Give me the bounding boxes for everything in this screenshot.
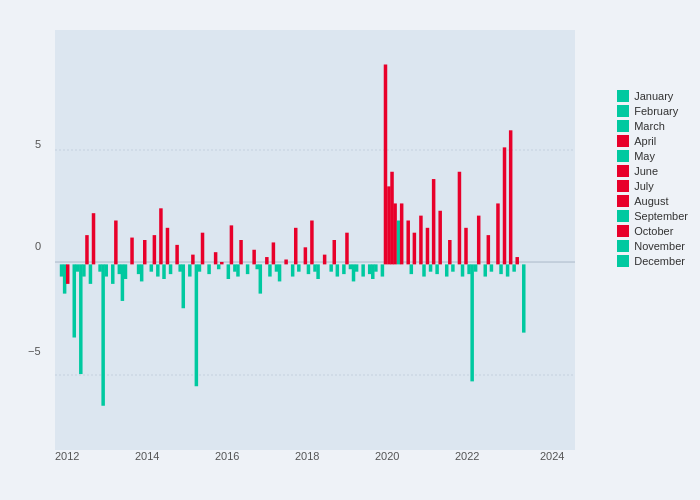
bar-6	[82, 264, 86, 276]
bar-13	[111, 264, 115, 284]
legend-item-september: September	[617, 210, 688, 222]
legend-color-march	[617, 120, 629, 132]
legend-label-april: April	[634, 135, 656, 147]
bar-111	[509, 130, 513, 264]
bar-67	[336, 264, 340, 276]
legend-item-december: December	[617, 255, 688, 267]
legend-item-may: May	[617, 150, 688, 162]
bar-74	[368, 264, 372, 274]
bar-11	[101, 264, 105, 405]
legend-color-may	[617, 150, 629, 162]
bar-51	[268, 264, 272, 276]
bar-25	[159, 208, 163, 264]
legend-label-december: December	[634, 255, 685, 267]
bar-114	[522, 264, 526, 332]
x-label-2014: 2014	[135, 450, 159, 462]
legend-label-march: March	[634, 120, 665, 132]
bar-17	[124, 264, 128, 279]
bar-75	[371, 264, 375, 279]
bar-104	[484, 264, 488, 276]
bar-97	[458, 172, 462, 265]
chart-legend: JanuaryFebruaryMarchAprilMayJuneJulyAugu…	[617, 90, 688, 267]
bar-63	[316, 264, 320, 279]
legend-color-july	[617, 180, 629, 192]
bar-59	[304, 247, 308, 264]
bar-4	[76, 264, 80, 271]
bar-80	[390, 172, 394, 265]
bar-28	[169, 264, 173, 274]
bar-48	[255, 264, 259, 269]
bar-112	[512, 264, 516, 271]
bar-36	[201, 233, 205, 265]
bar-70	[349, 264, 353, 269]
legend-item-march: March	[617, 120, 688, 132]
bar-91	[432, 179, 436, 264]
bar-7	[85, 235, 89, 264]
bar-77	[381, 264, 385, 276]
legend-color-october	[617, 225, 629, 237]
bar-23	[153, 235, 157, 264]
legend-label-september: September	[634, 210, 688, 222]
bar-83	[400, 203, 404, 264]
x-label-2012: 2012	[55, 450, 79, 462]
bar-54	[278, 264, 282, 281]
bar-90	[429, 264, 433, 271]
legend-label-july: July	[634, 180, 654, 192]
bar-82	[397, 221, 401, 265]
bar-42	[230, 225, 234, 264]
legend-label-august: August	[634, 195, 668, 207]
legend-label-november: November	[634, 240, 685, 252]
legend-item-june: June	[617, 165, 688, 177]
bar-52	[272, 242, 276, 264]
legend-color-november	[617, 240, 629, 252]
bar-81	[393, 203, 397, 264]
bar-110	[506, 264, 510, 276]
legend-label-may: May	[634, 150, 655, 162]
bar-35	[198, 264, 202, 271]
bar-10	[98, 264, 102, 271]
bar-41	[227, 264, 231, 279]
bar-14	[114, 221, 118, 265]
bar-73	[361, 264, 365, 276]
bar-113	[515, 257, 519, 264]
bar-72	[355, 264, 359, 271]
legend-color-april	[617, 135, 629, 147]
bar-46	[246, 264, 250, 274]
bar-9	[92, 213, 96, 264]
bar-37	[207, 264, 211, 274]
bar-45	[239, 240, 243, 264]
bar-32	[188, 264, 192, 276]
bar-22	[150, 264, 154, 271]
x-label-2024: 2024	[540, 450, 564, 462]
bar-76	[374, 264, 378, 271]
bar-19	[137, 264, 141, 274]
chart-plot-area	[55, 30, 575, 450]
bar-0	[60, 264, 64, 276]
bar-43	[233, 264, 237, 271]
bar-57	[294, 228, 298, 265]
bar-58	[297, 264, 301, 271]
bar-15	[118, 264, 122, 274]
bar-95	[448, 240, 452, 264]
x-label-2016: 2016	[215, 450, 239, 462]
chart-svg	[55, 30, 575, 450]
bar-103	[477, 216, 481, 265]
bar-39	[217, 264, 221, 269]
legend-item-july: July	[617, 180, 688, 192]
legend-item-november: November	[617, 240, 688, 252]
bar-49	[259, 264, 263, 293]
bar-61	[310, 221, 314, 265]
bar-109	[503, 147, 507, 264]
bar-44	[236, 264, 240, 276]
bar-106	[490, 264, 494, 271]
bar-33	[191, 255, 195, 265]
chart-container: 5 0 −5 2012 2014 2016 2018 2020 2022 202…	[0, 0, 700, 500]
bar-40	[220, 262, 224, 264]
bar-21	[143, 240, 147, 264]
bar-18	[130, 238, 134, 265]
bar-8	[89, 264, 93, 284]
bar-85	[410, 264, 414, 274]
bar-3	[73, 264, 77, 337]
legend-item-february: February	[617, 105, 688, 117]
bar-62	[313, 264, 317, 271]
